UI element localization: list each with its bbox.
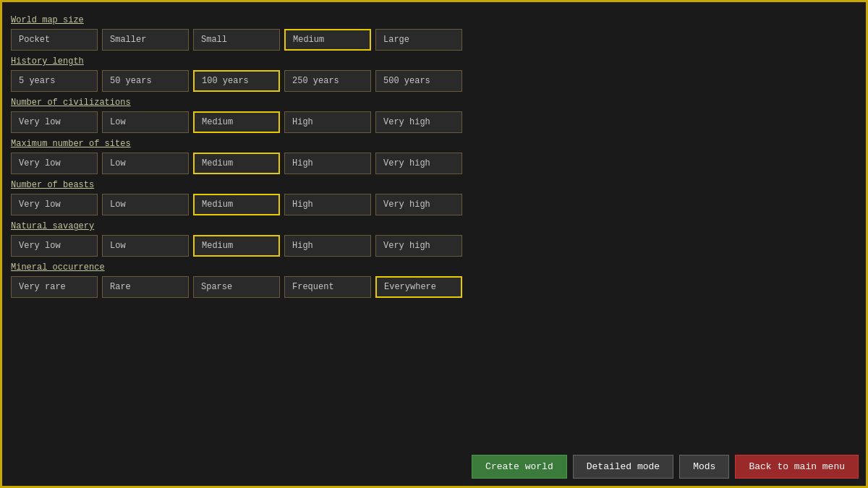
option-btn-history-length-50-years[interactable]: 50 years: [102, 70, 189, 92]
section-label-max-sites: Maximum number of sites: [11, 139, 857, 149]
button-row-max-sites: Very lowLowMediumHighVery high: [11, 153, 857, 174]
option-btn-world-map-size-smaller[interactable]: Smaller: [102, 29, 189, 51]
option-btn-num-civilizations-medium[interactable]: Medium: [193, 111, 280, 133]
section-label-num-beasts: Number of beasts: [11, 180, 857, 190]
option-btn-natural-savagery-high[interactable]: High: [284, 235, 371, 257]
option-btn-mineral-occurrence-rare[interactable]: Rare: [102, 276, 189, 298]
option-btn-num-beasts-medium[interactable]: Medium: [193, 194, 280, 215]
option-btn-mineral-occurrence-frequent[interactable]: Frequent: [284, 276, 371, 298]
button-row-num-beasts: Very lowLowMediumHighVery high: [11, 194, 857, 215]
option-btn-world-map-size-medium[interactable]: Medium: [284, 29, 371, 51]
option-btn-num-civilizations-low[interactable]: Low: [102, 111, 189, 133]
section-label-num-civilizations: Number of civilizations: [11, 98, 857, 108]
detailed-mode-button[interactable]: Detailed mode: [573, 455, 673, 479]
option-btn-num-civilizations-high[interactable]: High: [284, 111, 371, 133]
option-btn-max-sites-high[interactable]: High: [284, 153, 371, 174]
option-btn-mineral-occurrence-very-rare[interactable]: Very rare: [11, 276, 98, 298]
option-btn-num-civilizations-very-low[interactable]: Very low: [11, 111, 98, 133]
option-btn-natural-savagery-very-low[interactable]: Very low: [11, 235, 98, 257]
button-row-natural-savagery: Very lowLowMediumHighVery high: [11, 235, 857, 257]
mods-button[interactable]: Mods: [679, 455, 729, 479]
option-btn-max-sites-very-low[interactable]: Very low: [11, 153, 98, 174]
option-btn-world-map-size-pocket[interactable]: Pocket: [11, 29, 98, 51]
main-content: World map sizePocketSmallerSmallMediumLa…: [2, 2, 866, 308]
option-btn-natural-savagery-medium[interactable]: Medium: [193, 235, 280, 257]
option-btn-max-sites-low[interactable]: Low: [102, 153, 189, 174]
option-btn-natural-savagery-low[interactable]: Low: [102, 235, 189, 257]
button-row-mineral-occurrence: Very rareRareSparseFrequentEverywhere: [11, 276, 857, 298]
bottom-bar: Create world Detailed mode Mods Back to …: [472, 455, 859, 479]
section-label-history-length: History length: [11, 56, 857, 67]
option-btn-mineral-occurrence-sparse[interactable]: Sparse: [193, 276, 280, 298]
option-btn-num-civilizations-very-high[interactable]: Very high: [375, 111, 462, 133]
option-btn-world-map-size-small[interactable]: Small: [193, 29, 280, 51]
back-button[interactable]: Back to main menu: [735, 455, 859, 479]
option-btn-history-length-100-years[interactable]: 100 years: [193, 70, 280, 92]
option-btn-max-sites-medium[interactable]: Medium: [193, 153, 280, 174]
option-btn-num-beasts-very-low[interactable]: Very low: [11, 194, 98, 215]
button-row-world-map-size: PocketSmallerSmallMediumLarge: [11, 29, 857, 51]
option-btn-mineral-occurrence-everywhere[interactable]: Everywhere: [375, 276, 462, 298]
option-btn-num-beasts-high[interactable]: High: [284, 194, 371, 215]
option-btn-num-beasts-low[interactable]: Low: [102, 194, 189, 215]
option-btn-world-map-size-large[interactable]: Large: [375, 29, 462, 51]
button-row-num-civilizations: Very lowLowMediumHighVery high: [11, 111, 857, 133]
option-btn-natural-savagery-very-high[interactable]: Very high: [375, 235, 462, 257]
option-btn-history-length-5-years[interactable]: 5 years: [11, 70, 98, 92]
section-label-mineral-occurrence: Mineral occurrence: [11, 262, 857, 273]
option-btn-history-length-500-years[interactable]: 500 years: [375, 70, 462, 92]
section-label-world-map-size: World map size: [11, 15, 857, 25]
option-btn-history-length-250-years[interactable]: 250 years: [284, 70, 371, 92]
option-btn-max-sites-very-high[interactable]: Very high: [375, 153, 462, 174]
create-world-button[interactable]: Create world: [472, 455, 567, 479]
section-label-natural-savagery: Natural savagery: [11, 221, 857, 231]
button-row-history-length: 5 years50 years100 years250 years500 yea…: [11, 70, 857, 92]
option-btn-num-beasts-very-high[interactable]: Very high: [375, 194, 462, 215]
